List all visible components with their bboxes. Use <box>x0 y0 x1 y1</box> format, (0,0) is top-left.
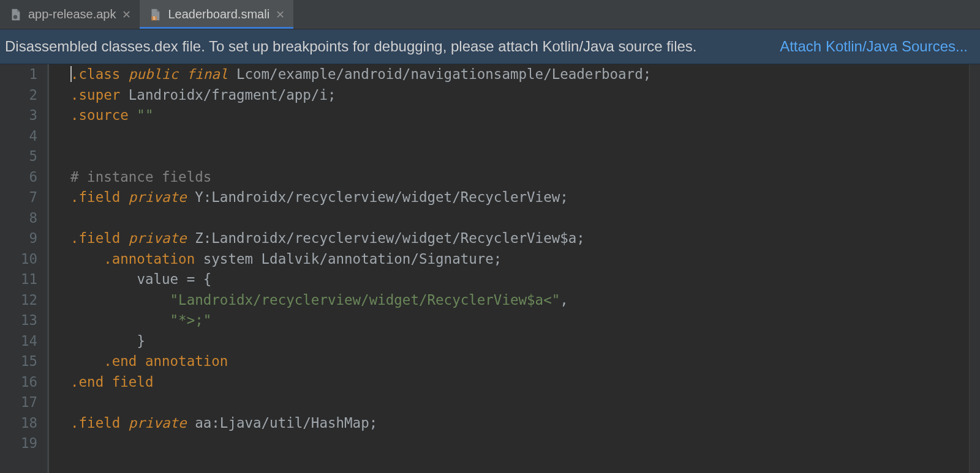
code-line: .end field <box>70 372 969 393</box>
code-line <box>70 146 969 167</box>
line-number: 5 <box>0 146 37 167</box>
line-number: 2 <box>0 85 37 106</box>
code-line: .annotation system Ldalvik/annotation/Si… <box>70 249 969 270</box>
line-number: 7 <box>0 187 37 208</box>
line-number: 6 <box>0 167 37 188</box>
line-number: 9 <box>0 228 37 249</box>
code-line: .field private Z:Landroidx/recyclerview/… <box>70 228 969 249</box>
editor-marker-strip[interactable] <box>969 64 980 473</box>
code-text-area[interactable]: .class public final Lcom/example/android… <box>48 64 969 473</box>
line-number: 14 <box>0 331 37 352</box>
line-number: 17 <box>0 392 37 413</box>
code-line: } <box>70 331 969 352</box>
code-line: .class public final Lcom/example/android… <box>70 64 969 85</box>
code-line: # instance fields <box>70 167 969 188</box>
code-line <box>70 392 969 413</box>
code-editor[interactable]: 1 2 3 4 5 6 7 8 9 10 11 12 13 14 15 16 1… <box>0 64 980 473</box>
svg-point-0 <box>13 15 17 18</box>
attach-sources-link[interactable]: Attach Kotlin/Java Sources... <box>780 38 968 55</box>
line-number: 19 <box>0 433 37 454</box>
line-number: 4 <box>0 126 37 147</box>
line-number: 11 <box>0 269 37 290</box>
tab-app-release-apk[interactable]: app-release.apk ✕ <box>0 0 140 29</box>
code-line: .super Landroidx/fragment/app/i; <box>70 85 969 106</box>
line-number: 15 <box>0 351 37 372</box>
line-number: 16 <box>0 372 37 393</box>
svg-text:S: S <box>153 16 156 20</box>
close-icon[interactable]: ✕ <box>122 8 131 21</box>
tab-label: app-release.apk <box>28 7 116 21</box>
editor-tab-bar: app-release.apk ✕ S Leaderboard.smali ✕ <box>0 0 980 29</box>
code-line: .end annotation <box>70 351 969 372</box>
code-line <box>70 433 969 454</box>
apk-file-icon <box>9 8 22 21</box>
notification-banner: Disassembled classes.dex file. To set up… <box>0 29 980 64</box>
line-number-gutter: 1 2 3 4 5 6 7 8 9 10 11 12 13 14 15 16 1… <box>0 64 48 473</box>
smali-file-icon: S <box>148 8 162 21</box>
code-line <box>70 126 969 147</box>
line-number: 8 <box>0 208 37 229</box>
code-line <box>70 208 969 229</box>
line-number: 10 <box>0 249 37 270</box>
code-line: .field private Y:Landroidx/recyclerview/… <box>70 187 969 208</box>
tab-label: Leaderboard.smali <box>168 7 270 21</box>
tab-leaderboard-smali[interactable]: S Leaderboard.smali ✕ <box>140 0 293 29</box>
line-number: 18 <box>0 413 37 434</box>
code-line: .field private aa:Ljava/util/HashMap; <box>70 413 969 434</box>
code-line: "Landroidx/recyclerview/widget/RecyclerV… <box>70 290 969 311</box>
close-icon[interactable]: ✕ <box>276 8 285 21</box>
line-number: 13 <box>0 310 37 331</box>
line-number: 12 <box>0 290 37 311</box>
code-line: "*>;" <box>70 310 969 331</box>
banner-message: Disassembled classes.dex file. To set up… <box>5 38 697 55</box>
line-number: 1 <box>0 64 37 85</box>
code-line: value = { <box>70 269 969 290</box>
code-line: .source "" <box>70 105 969 126</box>
line-number: 3 <box>0 105 37 126</box>
